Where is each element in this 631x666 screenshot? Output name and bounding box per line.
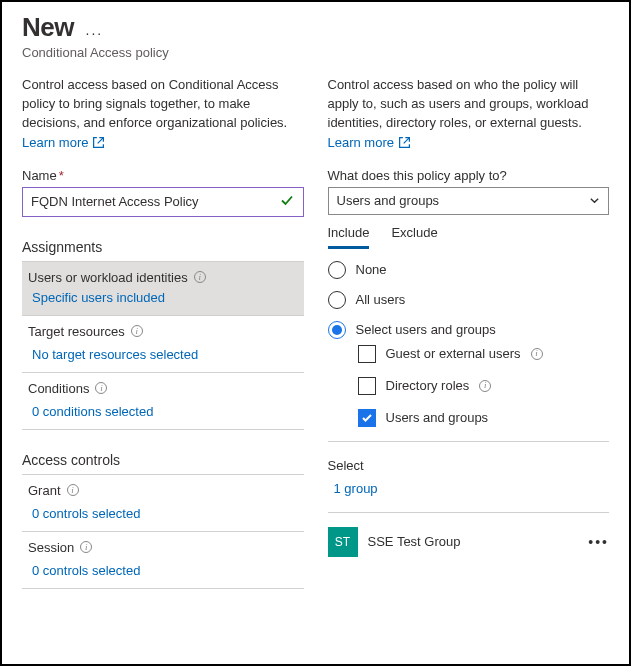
apply-to-value: Users and groups [337, 193, 440, 208]
grant-row[interactable]: Grant i [22, 475, 304, 502]
page-title: New [22, 12, 74, 43]
tab-exclude[interactable]: Exclude [391, 225, 437, 249]
more-icon[interactable]: ••• [588, 534, 609, 550]
info-icon[interactable]: i [95, 382, 107, 394]
target-resources-value-link[interactable]: No target resources selected [22, 343, 304, 372]
info-icon[interactable]: i [479, 380, 491, 392]
info-icon[interactable]: i [67, 484, 79, 496]
info-icon[interactable]: i [80, 541, 92, 553]
learn-more-link-right[interactable]: Learn more [328, 135, 411, 150]
grant-value-link[interactable]: 0 controls selected [22, 502, 304, 531]
target-resources-row[interactable]: Target resources i [22, 316, 304, 343]
select-heading: Select [328, 458, 610, 473]
conditions-row[interactable]: Conditions i [22, 373, 304, 400]
success-check-icon [279, 192, 295, 211]
name-label: Name* [22, 168, 304, 183]
group-name: SSE Test Group [368, 534, 579, 549]
apply-to-label: What does this policy apply to? [328, 168, 610, 183]
radio-none[interactable]: None [328, 261, 610, 279]
external-link-icon [398, 136, 411, 149]
group-avatar: ST [328, 527, 358, 557]
learn-more-label-right: Learn more [328, 135, 394, 150]
learn-more-link[interactable]: Learn more [22, 135, 105, 150]
checkbox-icon [358, 377, 376, 395]
checkbox-icon [358, 345, 376, 363]
radio-icon-selected [328, 321, 346, 339]
info-icon[interactable]: i [531, 348, 543, 360]
users-row[interactable]: Users or workload identities i [22, 262, 304, 292]
external-link-icon [92, 136, 105, 149]
radio-select-users-groups[interactable]: Select users and groups [328, 321, 610, 339]
radio-icon [328, 291, 346, 309]
info-icon[interactable]: i [194, 271, 206, 283]
selected-group-row[interactable]: ST SSE Test Group ••• [328, 527, 610, 557]
chevron-down-icon [589, 195, 600, 206]
radio-all-users[interactable]: All users [328, 291, 610, 309]
conditions-value-link[interactable]: 0 conditions selected [22, 400, 304, 429]
right-intro-text: Control access based on who the policy w… [328, 76, 610, 133]
access-controls-heading: Access controls [22, 452, 304, 468]
users-value-link[interactable]: Specific users included [22, 290, 304, 315]
assignments-heading: Assignments [22, 239, 304, 255]
radio-icon [328, 261, 346, 279]
session-row[interactable]: Session i [22, 532, 304, 559]
page-subtitle: Conditional Access policy [22, 45, 609, 60]
select-count-link[interactable]: 1 group [328, 477, 610, 506]
learn-more-label: Learn more [22, 135, 88, 150]
checkbox-guest-external[interactable]: Guest or external users i [358, 345, 610, 363]
info-icon[interactable]: i [131, 325, 143, 337]
checkbox-users-groups[interactable]: Users and groups [358, 409, 610, 427]
checkbox-icon-checked [358, 409, 376, 427]
tab-include[interactable]: Include [328, 225, 370, 249]
session-value-link[interactable]: 0 controls selected [22, 559, 304, 588]
apply-to-dropdown[interactable]: Users and groups [328, 187, 610, 215]
intro-text: Control access based on Conditional Acce… [22, 76, 304, 133]
more-icon[interactable]: ··· [86, 25, 104, 41]
name-value: FQDN Internet Access Policy [31, 194, 199, 209]
name-input[interactable]: FQDN Internet Access Policy [22, 187, 304, 217]
checkbox-directory-roles[interactable]: Directory roles i [358, 377, 610, 395]
